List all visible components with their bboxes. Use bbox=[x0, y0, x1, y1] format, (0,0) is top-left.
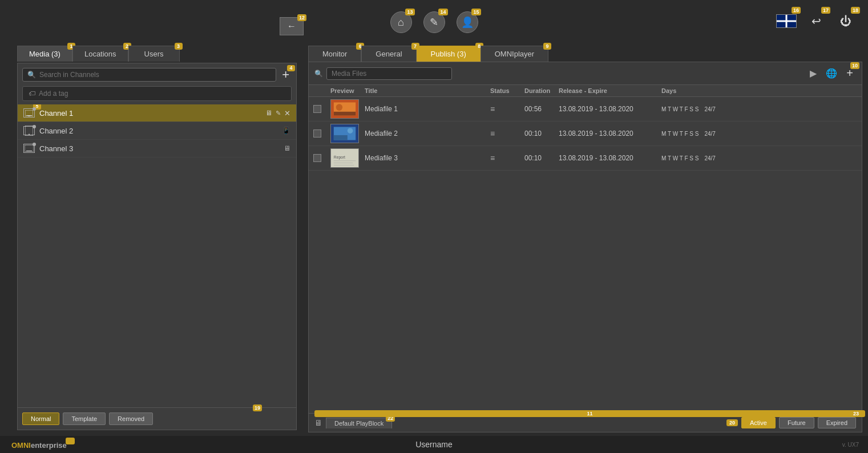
table-row[interactable]: Mediafile 1 ≡ 00:56 13.08.2019 - 13.08.2… bbox=[309, 97, 862, 122]
col-extra bbox=[764, 87, 798, 94]
row-preview bbox=[330, 99, 365, 119]
add-badge: 4 bbox=[287, 65, 295, 71]
row-release: 13.08.2019 - 13.08.2020 bbox=[559, 154, 661, 162]
search-input[interactable] bbox=[39, 71, 271, 79]
channel-actions: 🖥 ✎ ✕ bbox=[265, 109, 290, 118]
row-title: Mediafile 1 bbox=[365, 105, 490, 113]
col-check bbox=[313, 87, 330, 94]
tab-users[interactable]: Users 3 bbox=[128, 46, 180, 62]
omni-logo-text: OMNIenterprise bbox=[11, 441, 67, 450]
corner-badge: 23 bbox=[851, 410, 861, 417]
col-release: Release - Expire bbox=[559, 87, 661, 94]
active-filter-button[interactable]: Active bbox=[741, 417, 776, 428]
thumbnail bbox=[330, 124, 359, 143]
row-duration: 00:56 bbox=[524, 105, 559, 113]
tab-omniplayer[interactable]: OMNIplayer 9 bbox=[481, 46, 548, 62]
globe-icon-button[interactable]: 🌐 bbox=[823, 67, 840, 80]
row-days: M T W T F S S 24/7 bbox=[661, 154, 764, 162]
row-check[interactable] bbox=[313, 105, 330, 113]
svg-rect-2 bbox=[28, 115, 30, 116]
row-release: 13.08.2019 - 13.08.2020 bbox=[559, 130, 661, 137]
expired-filter-button[interactable]: Expired bbox=[818, 417, 856, 428]
right-panel: Monitor 6 General 7 Publish (3) 8 OMNIpl… bbox=[308, 46, 862, 436]
col-duration: Duration bbox=[524, 87, 559, 94]
tablet-icon: 📱 bbox=[282, 127, 290, 135]
col-preview: Preview bbox=[330, 87, 365, 94]
edit-button[interactable]: ✎ 14 bbox=[423, 11, 445, 33]
back-button-area: ← 12 bbox=[280, 17, 304, 35]
media-table: Mediafile 1 ≡ 00:56 13.08.2019 - 13.08.2… bbox=[309, 97, 862, 413]
svg-rect-10 bbox=[334, 112, 356, 116]
normal-filter-button[interactable]: Normal bbox=[22, 412, 59, 425]
removed-filter-button[interactable]: Removed bbox=[109, 412, 153, 425]
tab-monitor[interactable]: Monitor 6 bbox=[308, 46, 361, 62]
tab-locations[interactable]: Locations 2 bbox=[72, 46, 128, 62]
channel-item[interactable]: 5 Channel 1 🖥 ✎ ✕ bbox=[18, 104, 296, 122]
tab-publish-label: Publish (3) bbox=[431, 50, 466, 58]
tab-general[interactable]: General 7 bbox=[361, 46, 416, 62]
future-filter-button[interactable]: Future bbox=[779, 417, 814, 428]
version-text: v. UX7 bbox=[842, 442, 859, 448]
col-status: Status bbox=[490, 87, 524, 94]
undo-button[interactable]: ↩ 17 bbox=[805, 10, 827, 32]
monitor-small-icon: 🖥 bbox=[314, 418, 322, 427]
tag-input-bar[interactable]: 🏷 Add a tag bbox=[22, 86, 292, 101]
close-channel-icon[interactable]: ✕ bbox=[284, 109, 290, 118]
row-status: ≡ bbox=[490, 129, 524, 138]
right-toolbar: 🔍 ▶ 🌐 + 10 bbox=[309, 62, 862, 85]
nav-right-icons: 16 ↩ 17 ⏻ 18 bbox=[776, 10, 857, 32]
top-navigation: ← 12 ⌂ 13 ✎ 14 👤 15 16 ↩ 17 ⏻ 18 bbox=[0, 0, 868, 45]
tab-monitor-label: Monitor bbox=[322, 50, 347, 58]
edit-channel-icon[interactable]: ✎ bbox=[276, 110, 281, 117]
add-channel-button[interactable]: + 4 bbox=[280, 68, 292, 81]
nav-center-icons: ⌂ 13 ✎ 14 👤 15 bbox=[390, 11, 478, 33]
row-status: ≡ bbox=[490, 104, 524, 114]
template-filter-button[interactable]: Template bbox=[63, 412, 106, 425]
table-row[interactable]: Mediafile 2 ≡ 00:10 13.08.2019 - 13.08.2… bbox=[309, 122, 862, 146]
channel-item[interactable]: Channel 2 📱 bbox=[18, 122, 296, 140]
user-button[interactable]: 👤 15 bbox=[457, 11, 478, 33]
back-badge: 12 bbox=[297, 14, 306, 21]
language-button[interactable]: 16 bbox=[776, 10, 797, 32]
undo-badge: 17 bbox=[821, 7, 830, 14]
filter-badge: 20 bbox=[726, 419, 738, 426]
status-bar: OMNIenterprise 21 Username v. UX7 bbox=[0, 436, 868, 453]
svg-point-9 bbox=[336, 104, 343, 111]
users-tab-badge: 3 bbox=[175, 43, 183, 50]
left-panel: 🔍 + 4 🏷 Add a tag 5 Channel 1 🖥 ✎ ✕ bbox=[17, 63, 297, 430]
channel-item[interactable]: Channel 3 🖥 bbox=[18, 140, 296, 157]
right-search-wrap[interactable] bbox=[326, 67, 452, 80]
tab-media[interactable]: Media (3) 1 bbox=[17, 46, 72, 62]
youtube-icon-button[interactable]: ▶ bbox=[807, 67, 819, 80]
row-check[interactable] bbox=[313, 154, 330, 162]
back-button[interactable]: ← 12 bbox=[280, 17, 304, 35]
channel-search-wrap[interactable]: 🔍 bbox=[22, 68, 276, 82]
tag-icon: 🏷 bbox=[29, 90, 35, 98]
monitor-icon: 🖥 bbox=[265, 109, 272, 117]
bottom-badge: 19 bbox=[253, 405, 262, 411]
home-button[interactable]: ⌂ 13 bbox=[390, 11, 412, 33]
row-duration: 00:10 bbox=[524, 130, 559, 137]
right-search-input[interactable] bbox=[332, 70, 447, 78]
svg-text:Report: Report bbox=[334, 155, 345, 160]
channel-badge: 5 bbox=[33, 104, 41, 110]
channel-icon bbox=[23, 126, 35, 135]
default-playblock-tab[interactable]: Default PlayBlock 22 bbox=[326, 418, 392, 428]
tab-general-label: General bbox=[376, 50, 402, 58]
thumbnail bbox=[330, 99, 359, 119]
thumbnail: Report bbox=[330, 148, 359, 168]
svg-point-4 bbox=[29, 134, 30, 135]
channel-actions: 🖥 bbox=[284, 144, 290, 152]
tab-publish[interactable]: Publish (3) 8 bbox=[417, 46, 481, 62]
add-mediafile-button[interactable]: + 10 bbox=[843, 66, 856, 81]
tab-users-label: Users bbox=[144, 50, 164, 58]
power-button[interactable]: ⏻ 18 bbox=[835, 10, 857, 32]
row-check[interactable] bbox=[313, 130, 330, 137]
table-row[interactable]: Report Mediafile 3 ≡ 00:10 13.08.2019 - … bbox=[309, 146, 862, 171]
right-panel-tabs: Monitor 6 General 7 Publish (3) 8 OMNIpl… bbox=[308, 46, 862, 62]
row-title: Mediafile 2 bbox=[365, 130, 490, 137]
row-duration: 00:10 bbox=[524, 154, 559, 162]
undo-icon: ↩ bbox=[812, 14, 821, 28]
omniplayer-tab-badge: 9 bbox=[543, 43, 551, 50]
svg-rect-6 bbox=[26, 151, 32, 151]
